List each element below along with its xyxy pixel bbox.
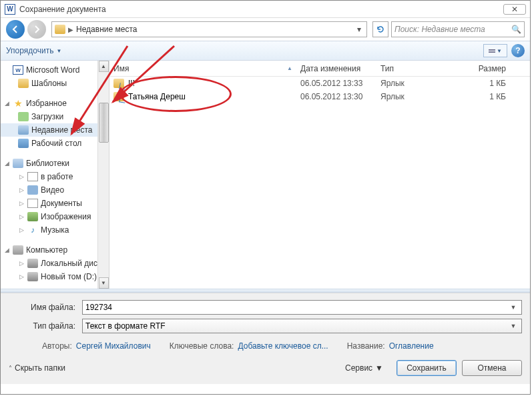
breadcrumb[interactable]: ▶ Недавние места ▾: [51, 21, 367, 37]
authors-label: Авторы:: [42, 341, 72, 351]
folder-icon: [55, 25, 65, 34]
doc-icon: [27, 172, 38, 181]
col-date[interactable]: Дата изменения: [296, 61, 376, 76]
image-icon: [27, 212, 38, 221]
view-button[interactable]: ▼: [483, 44, 507, 57]
cancel-button[interactable]: Отмена: [462, 360, 522, 376]
save-dialog: W Сохранение документа ✕ ▶ Недавние мест…: [0, 0, 531, 395]
filetype-combo[interactable]: Текст в формате RTF▼: [82, 319, 522, 333]
sort-asc-icon: ▲: [287, 65, 292, 71]
doctitle-value[interactable]: Оглавление: [389, 341, 434, 351]
recent-icon: [18, 125, 29, 135]
library-icon: [13, 159, 23, 168]
folder-icon: [18, 79, 29, 88]
tools-menu[interactable]: Сервис▼: [345, 363, 383, 373]
keywords-label: Ключевые слова:: [170, 341, 234, 351]
refresh-icon: [376, 25, 385, 34]
col-name[interactable]: Имя▲: [109, 61, 296, 76]
video-icon: [27, 185, 38, 195]
toolbar: Упорядочить ▼ ▼ ?: [1, 41, 530, 61]
forward-button[interactable]: [27, 20, 46, 39]
download-icon: [18, 112, 29, 121]
col-size[interactable]: Размер: [450, 61, 510, 76]
chevron-right-icon: ▶: [68, 26, 73, 33]
app-icon: W: [5, 4, 15, 15]
organize-label: Упорядочить: [6, 46, 53, 55]
tree-word[interactable]: WMicrosoft Word: [1, 63, 109, 77]
metadata-row: Авторы:Сергей Михайлович Ключевые слова:…: [9, 337, 522, 357]
main-area: WMicrosoft Word Шаблоны ◢★Избранное Загр…: [1, 61, 530, 289]
disk-icon: [27, 272, 38, 281]
chevron-down-icon[interactable]: ▼: [508, 323, 519, 329]
scroll-down-icon[interactable]: ▼: [99, 277, 109, 289]
chevron-down-icon[interactable]: ▼: [508, 304, 519, 311]
organize-menu[interactable]: Упорядочить ▼: [6, 46, 61, 55]
scroll-up-icon[interactable]: ▲: [99, 61, 109, 72]
folder-shortcut-icon: [113, 92, 124, 101]
bottom-pane: Имя файла: 192734▼ Тип файла: Текст в фо…: [1, 293, 530, 384]
save-button[interactable]: Сохранить: [396, 360, 457, 376]
titlebar: W Сохранение документа ✕: [1, 1, 530, 18]
tree-video[interactable]: ▷Видео: [1, 183, 109, 197]
chevron-down-icon: ▼: [56, 48, 61, 54]
tree-templates[interactable]: Шаблоны: [1, 77, 109, 90]
keywords-value[interactable]: Добавьте ключевое сл...: [238, 341, 328, 351]
tree-localdisk[interactable]: ▷Локальный диск (: [1, 257, 109, 270]
file-size: 1 КБ: [450, 92, 510, 101]
file-date: 06.05.2012 13:30: [296, 92, 376, 101]
arrow-left-icon: [11, 25, 20, 34]
tree-desktop[interactable]: Рабочий стол: [1, 137, 109, 150]
back-button[interactable]: [6, 20, 25, 39]
file-pane: Имя▲ Дата изменения Тип Размер !!! 06.05…: [109, 61, 530, 289]
tree-pictures[interactable]: ▷Изображения: [1, 210, 109, 223]
tree-computer[interactable]: ◢Компьютер: [1, 243, 109, 257]
close-button[interactable]: ✕: [503, 4, 526, 15]
file-name: Татьяна Дереш: [128, 92, 186, 101]
tree-recent[interactable]: Недавние места: [1, 123, 109, 137]
tree-libraries[interactable]: ◢Библиотеки: [1, 157, 109, 170]
disk-icon: [27, 259, 38, 268]
scroll-thumb[interactable]: [99, 103, 109, 143]
col-type[interactable]: Тип: [376, 61, 450, 76]
chevron-down-icon[interactable]: ▾: [354, 25, 364, 34]
file-type: Ярлык: [376, 92, 450, 101]
hide-folders-button[interactable]: ˄Скрыть папки: [9, 363, 65, 373]
window-title: Сохранение документа: [19, 5, 106, 14]
help-button[interactable]: ?: [511, 44, 525, 57]
search-input[interactable]: Поиск: Недавние места 🔍: [391, 21, 525, 37]
search-icon: 🔍: [511, 25, 521, 34]
star-icon: ★: [13, 99, 23, 108]
tree-music[interactable]: ▷♪Музыка: [1, 223, 109, 237]
nav-tree: WMicrosoft Word Шаблоны ◢★Избранное Загр…: [1, 61, 109, 289]
music-icon: ♪: [27, 225, 38, 235]
nav-row: ▶ Недавние места ▾ Поиск: Недавние места…: [1, 18, 530, 41]
file-type: Ярлык: [376, 79, 450, 88]
file-name: !!!: [128, 79, 135, 88]
file-rows: !!! 06.05.2012 13:33 Ярлык 1 КБ Татьяна …: [109, 77, 530, 103]
tree-scrollbar[interactable]: ▲ ▼: [97, 61, 109, 289]
list-icon: [489, 49, 495, 53]
filename-input[interactable]: 192734▼: [82, 300, 522, 315]
chevron-up-icon: ˄: [9, 365, 12, 372]
tree-documents[interactable]: ▷Документы: [1, 197, 109, 210]
column-headers: Имя▲ Дата изменения Тип Размер: [109, 61, 530, 77]
file-row[interactable]: !!! 06.05.2012 13:33 Ярлык 1 КБ: [109, 77, 530, 90]
doctitle-label: Название:: [347, 341, 385, 351]
tree-downloads[interactable]: Загрузки: [1, 110, 109, 123]
tree-inwork[interactable]: ▷в работе: [1, 170, 109, 183]
refresh-button[interactable]: [372, 21, 388, 37]
file-date: 06.05.2012 13:33: [296, 79, 376, 88]
tree-favorites[interactable]: ◢★Избранное: [1, 97, 109, 110]
doc-icon: [27, 199, 38, 208]
file-row[interactable]: Татьяна Дереш 06.05.2012 13:30 Ярлык 1 К…: [109, 90, 530, 103]
computer-icon: [13, 245, 23, 255]
tree-newvol[interactable]: ▷Новый том (D:): [1, 270, 109, 283]
chevron-down-icon: ▼: [375, 363, 383, 373]
arrow-right-icon: [32, 25, 41, 34]
breadcrumb-location: Недавние места: [76, 25, 137, 34]
authors-value[interactable]: Сергей Михайлович: [76, 341, 151, 351]
file-size: 1 КБ: [450, 79, 510, 88]
search-placeholder: Поиск: Недавние места: [394, 25, 485, 34]
folder-shortcut-icon: [113, 79, 124, 88]
filetype-label: Тип файла:: [9, 321, 82, 331]
